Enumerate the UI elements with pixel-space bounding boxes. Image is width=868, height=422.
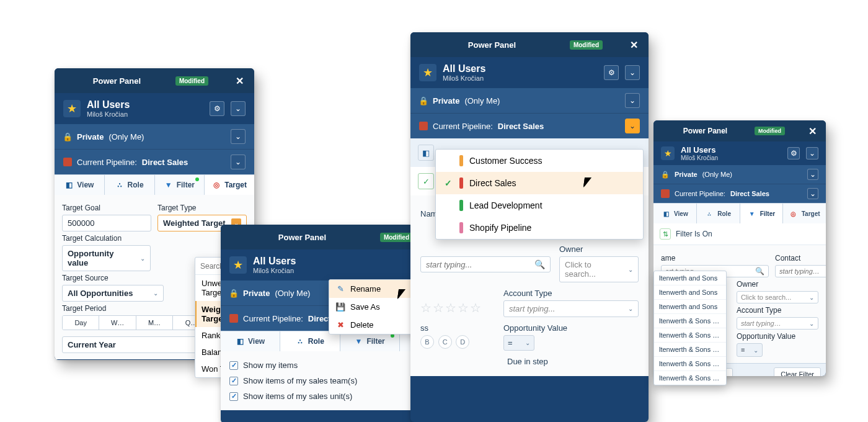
chevron-down-icon: ⌄ bbox=[153, 290, 158, 297]
contact-input[interactable]: 🔍 bbox=[775, 265, 826, 277]
tab-view[interactable]: ◧View bbox=[55, 175, 105, 195]
autocomplete-dropdown[interactable]: ltenwerth and Sons ltenwerth and Sons lt… bbox=[653, 271, 727, 385]
user-name: All Users bbox=[681, 145, 781, 155]
lock-icon: 🔒 bbox=[419, 96, 428, 106]
class-chip[interactable]: D bbox=[456, 335, 469, 349]
rating-widget[interactable]: ☆☆☆☆☆ bbox=[420, 300, 495, 315]
gear-menu[interactable]: ✎Rename 💾Save As ✖Delete bbox=[329, 279, 422, 334]
target-calc-select[interactable]: Opportunity value⌄ bbox=[62, 245, 151, 271]
pipeline-prefix: Current Pipeline: bbox=[77, 158, 137, 167]
chevron-down-icon[interactable]: ⌄ bbox=[231, 129, 246, 144]
tab-role[interactable]: ⛬Role bbox=[697, 204, 740, 223]
tab-target[interactable]: ◎Target bbox=[205, 175, 254, 195]
period-day[interactable]: Day bbox=[63, 316, 99, 330]
autocomplete-item[interactable]: ltenwerth and Sons bbox=[654, 285, 726, 299]
autocomplete-item[interactable]: ltenwerth and Sons bbox=[654, 299, 726, 313]
pipeline-row[interactable]: Current Pipeline: Direct Sales ⌄ bbox=[410, 113, 649, 138]
save-icon: 💾 bbox=[335, 302, 345, 312]
target-goal-label: Target Goal bbox=[62, 204, 151, 212]
close-icon[interactable]: ✕ bbox=[806, 125, 818, 137]
pipeline-value: Direct Sales bbox=[142, 158, 188, 167]
pipeline-option[interactable]: ✓Direct Sales bbox=[436, 172, 643, 194]
close-icon[interactable]: ✕ bbox=[233, 74, 246, 87]
target-icon: ◎ bbox=[212, 181, 221, 189]
operator-select[interactable]: =⌄ bbox=[737, 343, 763, 357]
star-icon[interactable]: ★ bbox=[229, 256, 247, 274]
owner-select[interactable]: Click to search...⌄ bbox=[737, 291, 818, 303]
lock-icon: 🔒 bbox=[661, 171, 670, 179]
star-icon[interactable]: ★ bbox=[661, 146, 675, 160]
chevron-down-icon: ⌄ bbox=[628, 305, 633, 312]
autocomplete-item[interactable]: ltenwerth & Sons Hea… bbox=[654, 313, 726, 328]
filter-icon: ▼ bbox=[354, 337, 363, 346]
account-type-select[interactable]: start typing…⌄ bbox=[737, 317, 818, 330]
period-week[interactable]: W… bbox=[99, 316, 136, 330]
filter-icon: ▼ bbox=[748, 209, 756, 218]
opportunity-value-label: Opportunity Value bbox=[503, 323, 639, 333]
chevron-down-icon[interactable]: ⌄ bbox=[807, 169, 818, 180]
owner-select[interactable]: Click to search... ⌄ bbox=[559, 256, 639, 282]
pipeline-option[interactable]: Shopify Pipeline bbox=[436, 217, 643, 239]
chevron-down-icon[interactable]: ⌄ bbox=[231, 155, 246, 169]
tab-view[interactable]: ◧View bbox=[653, 204, 697, 223]
menu-saveas[interactable]: 💾Save As bbox=[329, 298, 421, 316]
target-source-select[interactable]: All Opportunities⌄ bbox=[62, 285, 164, 302]
star-icon[interactable]: ★ bbox=[63, 100, 81, 117]
user-name: All Users bbox=[443, 63, 598, 74]
operator-select[interactable]: =⌄ bbox=[503, 335, 534, 351]
star-icon[interactable]: ★ bbox=[419, 64, 436, 81]
visibility-row[interactable]: 🔒 Private (Only Me) ⌄ bbox=[653, 165, 826, 184]
autocomplete-item[interactable]: ltenwerth & Sons Ong… bbox=[654, 370, 726, 385]
visibility-row[interactable]: 🔒 Private (Only Me) ⌄ bbox=[55, 124, 254, 149]
clear-filter-button[interactable]: Clear Filter bbox=[774, 367, 821, 376]
autocomplete-item[interactable]: ltenwerth & Sons Initi… bbox=[654, 342, 726, 356]
pipeline-row[interactable]: Current Pipeline: Direct Sales ⌄ bbox=[55, 149, 254, 174]
account-type-select[interactable]: start typing... ⌄ bbox=[503, 300, 639, 317]
chevron-down-icon[interactable]: ⌄ bbox=[625, 93, 640, 108]
owner-label: Owner bbox=[737, 280, 818, 289]
tab-target[interactable]: ◎Target bbox=[783, 204, 826, 223]
modified-badge: Modified bbox=[380, 233, 413, 242]
autocomplete-item[interactable]: ltenwerth and Sons bbox=[654, 271, 726, 285]
chevron-down-icon[interactable]: ⌄ bbox=[231, 101, 246, 116]
pipeline-option[interactable]: Customer Success bbox=[436, 150, 643, 172]
tab-role[interactable]: ⛬Role bbox=[105, 175, 155, 195]
chevron-down-icon[interactable]: ⌄ bbox=[625, 65, 640, 80]
search-input[interactable]: 🔍 bbox=[420, 256, 551, 272]
gear-icon[interactable]: ⚙ bbox=[604, 65, 619, 80]
chevron-down-icon[interactable]: ⌄ bbox=[806, 147, 818, 159]
filter-status[interactable]: ⇅ Filter Is On bbox=[653, 223, 826, 245]
view-icon[interactable]: ◧ bbox=[418, 145, 434, 161]
menu-rename[interactable]: ✎Rename bbox=[329, 280, 421, 298]
pipeline-row[interactable]: Current Pipeline: Direct Sales ⌄ bbox=[653, 184, 826, 203]
class-chip[interactable]: B bbox=[420, 335, 434, 349]
tab-filter[interactable]: ▼Filter bbox=[155, 175, 205, 195]
modified-badge: Modified bbox=[755, 127, 785, 135]
delete-icon: ✖ bbox=[335, 320, 345, 330]
role-icon: ⛬ bbox=[705, 209, 714, 218]
tab-view[interactable]: ◧View bbox=[221, 331, 280, 351]
class-chip[interactable]: C bbox=[438, 335, 452, 349]
chevron-down-icon: ⌄ bbox=[140, 255, 145, 262]
user-sub: Miloš Kročian bbox=[253, 267, 408, 274]
target-goal-input[interactable]: 500000 bbox=[62, 215, 151, 231]
check-icon[interactable]: ✓ bbox=[418, 173, 434, 189]
pipeline-dropdown[interactable]: Customer Success ✓Direct Sales Lead Deve… bbox=[435, 149, 644, 240]
pipeline-option[interactable]: Lead Development bbox=[436, 194, 643, 217]
period-month[interactable]: M… bbox=[136, 316, 173, 330]
gear-icon[interactable]: ⚙ bbox=[210, 101, 224, 116]
autocomplete-item[interactable]: ltenwerth & Sons Ong… bbox=[654, 356, 726, 370]
private-scope: (Only Me) bbox=[275, 289, 310, 298]
lock-icon: 🔒 bbox=[63, 132, 72, 141]
autocomplete-item[interactable]: ltenwerth & Sons Bra… bbox=[654, 328, 726, 342]
gear-icon[interactable]: ⚙ bbox=[787, 147, 800, 159]
chevron-down-icon[interactable]: ⌄ bbox=[807, 188, 818, 199]
account-type-label: Account Type bbox=[503, 289, 639, 298]
chevron-down-icon[interactable]: ⌄ bbox=[625, 119, 640, 133]
view-icon: ◧ bbox=[236, 337, 244, 346]
menu-delete[interactable]: ✖Delete bbox=[329, 316, 421, 334]
panel-title: Power Panel bbox=[661, 127, 750, 135]
visibility-row[interactable]: 🔒 Private (Only Me) ⌄ bbox=[410, 88, 649, 113]
close-icon[interactable]: ✕ bbox=[627, 38, 640, 51]
tab-filter[interactable]: ▼Filter bbox=[740, 204, 784, 223]
